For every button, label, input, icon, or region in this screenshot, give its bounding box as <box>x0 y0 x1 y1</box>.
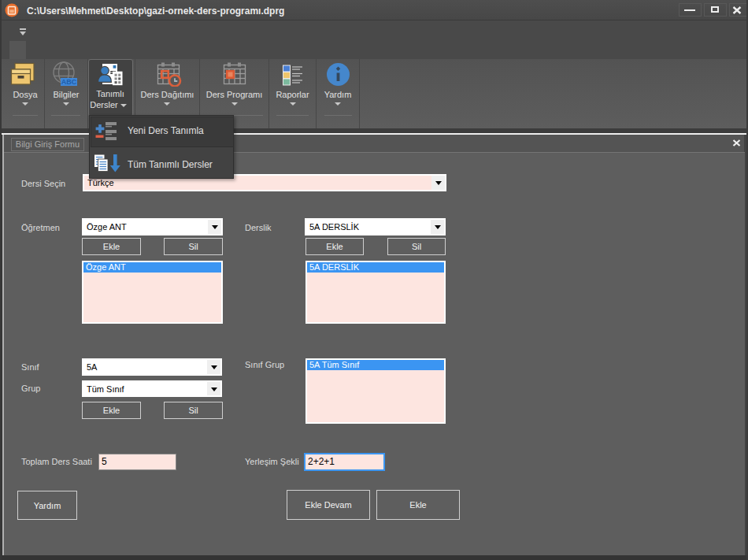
svg-text:ABC: ABC <box>61 78 77 86</box>
